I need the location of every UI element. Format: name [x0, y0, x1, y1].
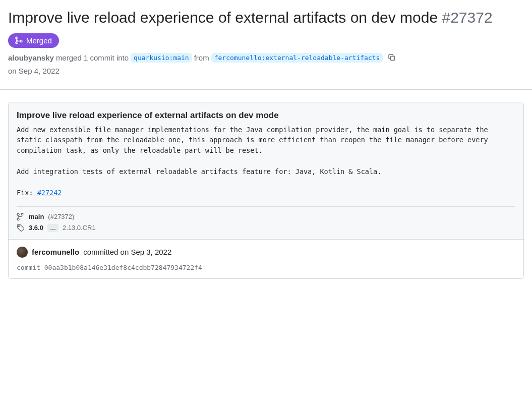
merge-summary: aloubyansky merged 1 commit into quarkus… — [8, 53, 524, 63]
committed-date: committed on Sep 3, 2022 — [83, 248, 171, 256]
status-label: Merged — [26, 36, 52, 45]
copy-icon[interactable] — [388, 53, 396, 62]
commit-body: Add new extensible file manager implemen… — [17, 125, 515, 198]
branch-pr-ref[interactable]: (#27372) — [48, 213, 74, 220]
commit-sha-row: commit 00aa3b1b08a146e31def8c4cdbb728479… — [17, 264, 515, 271]
commit-title: Improve live reload experience of extern… — [17, 110, 515, 121]
section-divider — [0, 89, 532, 90]
commit-card: Improve live reload experience of extern… — [8, 102, 524, 279]
avatar[interactable] — [17, 247, 28, 258]
base-branch-label[interactable]: quarkusio:main — [131, 53, 192, 63]
tag-icon — [17, 224, 25, 232]
svg-rect-0 — [391, 56, 395, 61]
merged-date: on Sep 4, 2022 — [8, 67, 524, 75]
tag-primary[interactable]: 3.6.0 — [29, 224, 43, 231]
fix-issue-link[interactable]: #27242 — [37, 189, 62, 197]
git-branch-icon — [17, 213, 25, 221]
branch-name[interactable]: main — [29, 213, 44, 220]
tag-secondary[interactable]: 2.13.0.CR1 — [63, 224, 96, 231]
tag-ref-line: 3.6.0 … 2.13.0.CR1 — [17, 224, 515, 232]
commit-meta: fercomunello committed on Sep 3, 2022 co… — [9, 240, 523, 278]
commit-author[interactable]: fercomunello — [32, 248, 79, 256]
expand-tags-button[interactable]: … — [47, 224, 58, 232]
git-merge-icon — [15, 36, 23, 44]
page-title: Improve live reload experience of extern… — [8, 8, 493, 27]
commit-header: Improve live reload experience of extern… — [9, 102, 523, 240]
head-branch-label[interactable]: fercomunello:external-reloadable-artifac… — [211, 53, 383, 63]
status-badge: Merged — [8, 33, 59, 48]
merger-username[interactable]: aloubyansky — [8, 53, 54, 62]
refs-section: main (#27372) 3.6.0 … 2.13.0.CR1 — [17, 206, 515, 232]
branch-ref-line: main (#27372) — [17, 213, 515, 221]
svg-point-1 — [19, 225, 20, 226]
commit-sha[interactable]: 00aa3b1b08a146e31def8c4cdbb72847934722f4 — [44, 264, 202, 271]
issue-number: #27372 — [442, 9, 492, 26]
